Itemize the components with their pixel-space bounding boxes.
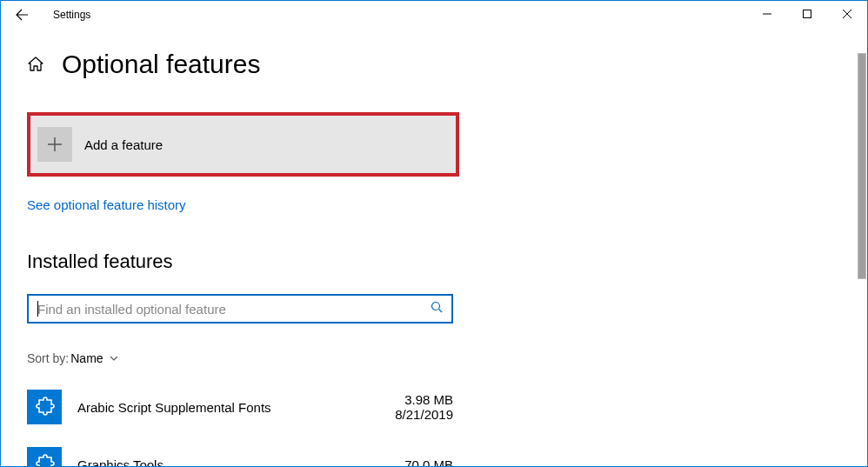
window-title: Settings [53,9,90,21]
home-button[interactable] [27,56,44,73]
svg-line-7 [439,310,443,313]
minimize-button[interactable] [747,1,787,27]
page-title: Optional features [62,50,260,79]
puzzle-icon [27,390,62,424]
svg-point-6 [432,303,440,310]
feature-item[interactable]: Graphics Tools 70.0 MB [27,444,453,467]
maximize-button[interactable] [787,1,827,27]
back-arrow-icon [15,8,29,22]
sort-dropdown[interactable]: Sort by: Name [27,351,841,365]
search-icon [431,301,443,317]
chevron-down-icon [109,353,119,364]
content-area: Optional features Add a feature See opti… [1,29,867,467]
search-box[interactable] [27,294,453,324]
window-controls [747,1,867,27]
home-icon [27,56,44,73]
close-icon [843,10,851,18]
vertical-scrollbar[interactable] [858,53,866,279]
feature-item[interactable]: Arabic Script Supplemental Fonts 3.98 MB… [27,386,453,428]
feature-size: 3.98 MB [404,392,453,407]
plus-icon-box [37,127,72,162]
svg-rect-1 [804,10,811,18]
feature-date: 8/21/2019 [395,407,453,422]
installed-features-heading: Installed features [27,250,841,273]
feature-meta: 3.98 MB 8/21/2019 [395,392,453,422]
maximize-icon [803,10,811,18]
sort-label: Sort by: [27,351,69,365]
sort-value: Name [70,351,103,365]
optional-feature-history-link[interactable]: See optional feature history [27,197,841,212]
feature-name: Arabic Script Supplemental Fonts [77,400,395,415]
feature-size: 70.0 MB [404,457,453,468]
feature-name: Graphics Tools [77,457,404,468]
puzzle-icon [27,447,62,467]
feature-meta: 70.0 MB [404,457,453,468]
plus-icon [46,136,63,153]
minimize-icon [763,10,771,18]
back-button[interactable] [8,1,36,29]
add-feature-button[interactable]: Add a feature [27,112,459,177]
titlebar: Settings [1,1,867,29]
page-header: Optional features [27,50,841,79]
feature-list: Arabic Script Supplemental Fonts 3.98 MB… [27,386,841,467]
text-cursor [37,301,38,317]
add-feature-label: Add a feature [84,137,163,152]
close-button[interactable] [827,1,867,27]
search-input[interactable] [37,302,431,317]
